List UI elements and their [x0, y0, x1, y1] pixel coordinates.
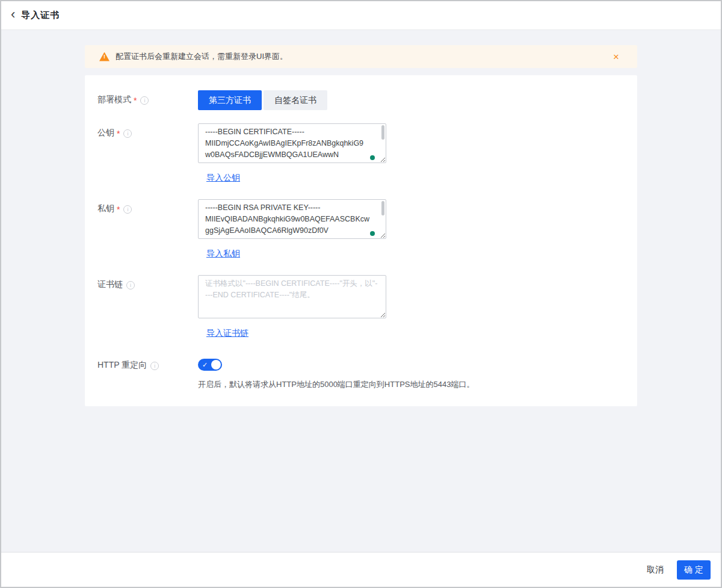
- private-key-row: 私钥 * i -----BEGIN RSA PRIVATE KEY----- M…: [97, 199, 637, 259]
- info-icon[interactable]: i: [123, 129, 132, 138]
- footer-action-bar: 取消 确定: [1, 552, 721, 587]
- page-header: ‹ 导入证书: [1, 1, 721, 30]
- valid-status-dot: [370, 155, 375, 160]
- import-certificate-page: ‹ 导入证书 ! 配置证书后会重新建立会话，需重新登录UI界面。 × 部署模式 …: [0, 0, 722, 588]
- required-asterisk: *: [117, 128, 120, 138]
- private-key-label-group: 私钥 * i: [97, 199, 198, 259]
- cancel-button[interactable]: 取消: [647, 565, 664, 575]
- page-title: 导入证书: [21, 10, 60, 21]
- import-private-key-link[interactable]: 导入私钥: [206, 249, 240, 259]
- cert-chain-field-wrap: [198, 275, 386, 321]
- textarea-scrollbar[interactable]: [381, 201, 384, 215]
- toggle-knob: [211, 360, 221, 370]
- deploy-mode-row: 部署模式 * i 第三方证书 自签名证书: [97, 90, 637, 110]
- http-redirect-toggle[interactable]: ✓: [198, 359, 222, 371]
- cert-chain-label-group: 证书链 i: [97, 275, 198, 339]
- deploy-mode-label: 部署模式: [97, 94, 131, 105]
- content-area: ! 配置证书后会重新建立会话，需重新登录UI界面。 × 部署模式 * i 第三方…: [1, 30, 721, 552]
- warning-banner: ! 配置证书后会重新建立会话，需重新登录UI界面。 ×: [85, 45, 637, 68]
- public-key-field-wrap: -----BEGIN CERTIFICATE----- MIIDmjCCAoKg…: [198, 123, 386, 166]
- banner-close-icon[interactable]: ×: [613, 52, 619, 62]
- private-key-textarea[interactable]: -----BEGIN RSA PRIVATE KEY----- MIIEvQIB…: [198, 199, 386, 239]
- info-icon[interactable]: i: [140, 96, 149, 105]
- public-key-label: 公钥: [97, 128, 114, 138]
- tab-self-signed-cert[interactable]: 自签名证书: [264, 90, 327, 110]
- http-redirect-label: HTTP 重定向: [97, 360, 147, 371]
- public-key-textarea[interactable]: -----BEGIN CERTIFICATE----- MIIDmjCCAoKg…: [198, 123, 386, 163]
- http-redirect-label-group: HTTP 重定向 i: [97, 356, 198, 390]
- info-icon[interactable]: i: [150, 362, 159, 370]
- deploy-mode-tabs: 第三方证书 自签名证书: [198, 90, 637, 110]
- required-asterisk: *: [134, 94, 137, 105]
- http-redirect-help-text: 开启后，默认将请求从HTTP地址的5000端口重定向到HTTPS地址的5443端…: [198, 379, 637, 390]
- cert-chain-row: 证书链 i 导入证书链: [97, 275, 637, 339]
- textarea-scrollbar[interactable]: [381, 125, 384, 140]
- import-cert-chain-link[interactable]: 导入证书链: [206, 328, 248, 339]
- warning-banner-text: 配置证书后会重新建立会话，需重新登录UI界面。: [116, 51, 613, 62]
- info-icon[interactable]: i: [123, 205, 132, 214]
- toggle-check-icon: ✓: [202, 361, 208, 369]
- form-card: 部署模式 * i 第三方证书 自签名证书 公钥 * i: [85, 75, 637, 406]
- info-icon[interactable]: i: [126, 281, 135, 289]
- cert-chain-label: 证书链: [97, 279, 123, 290]
- valid-status-dot: [370, 231, 375, 236]
- public-key-label-group: 公钥 * i: [97, 123, 198, 184]
- http-redirect-row: HTTP 重定向 i ✓ 开启后，默认将请求从HTTP地址的5000端口重定向到…: [97, 356, 637, 390]
- tab-third-party-cert[interactable]: 第三方证书: [198, 90, 262, 110]
- back-icon[interactable]: ‹: [11, 8, 15, 21]
- warning-triangle-icon: !: [99, 52, 110, 61]
- private-key-label: 私钥: [97, 203, 114, 214]
- public-key-row: 公钥 * i -----BEGIN CERTIFICATE----- MIIDm…: [97, 123, 637, 184]
- import-public-key-link[interactable]: 导入公钥: [206, 173, 240, 184]
- deploy-mode-label-group: 部署模式 * i: [97, 90, 198, 110]
- cert-chain-textarea[interactable]: [198, 275, 386, 318]
- required-asterisk: *: [117, 203, 120, 214]
- confirm-button[interactable]: 确定: [677, 560, 711, 580]
- private-key-field-wrap: -----BEGIN RSA PRIVATE KEY----- MIIEvQIB…: [198, 199, 386, 241]
